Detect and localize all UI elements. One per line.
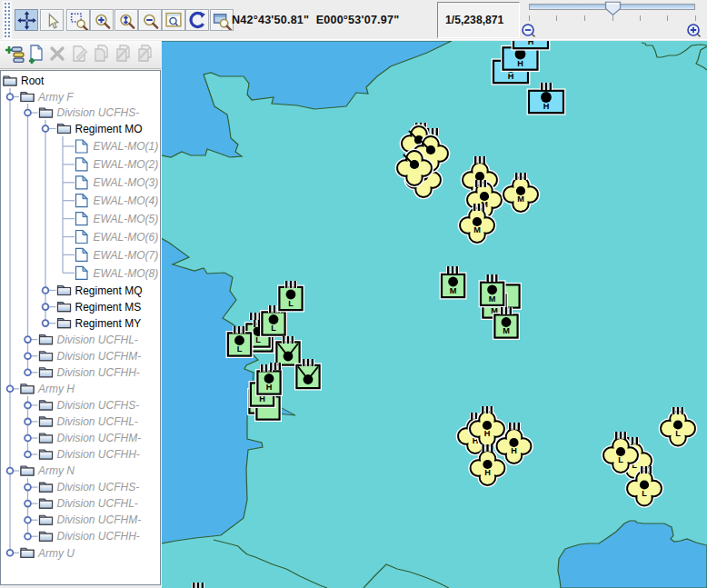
svg-text:EWAL-MO(4): EWAL-MO(4) [94,194,159,207]
svg-text:H: H [528,41,534,46]
svg-text:Army F: Army F [37,91,74,104]
svg-text:Division UCFHM-: Division UCFHM- [57,350,142,363]
svg-text:Regiment MQ: Regiment MQ [75,284,143,297]
svg-text:Root: Root [21,75,45,87]
svg-text:EWAL-MO(7): EWAL-MO(7) [94,249,159,262]
svg-text:EWAL-MO(3): EWAL-MO(3) [94,176,159,189]
svg-text:EWAL-MO(2): EWAL-MO(2) [94,158,159,171]
svg-text:EWAL-MO(8): EWAL-MO(8) [94,267,159,280]
svg-text:L: L [288,299,294,308]
svg-text:Regiment MY: Regiment MY [75,317,142,330]
svg-text:H: H [543,102,550,111]
svg-text:Division UCFHH-: Division UCFHH- [57,448,140,461]
svg-text:Division UCFHS-: Division UCFHS- [57,106,140,119]
svg-text:H: H [484,468,491,477]
svg-text:Army N: Army N [37,464,75,477]
svg-text:Division UCFHH-: Division UCFHH- [57,530,140,543]
svg-text:L: L [237,344,243,354]
svg-text:M: M [473,225,481,234]
svg-text:Army U: Army U [37,547,75,560]
svg-text:L: L [271,324,276,333]
svg-text:Division UCFHS-: Division UCFHS- [57,399,140,412]
svg-text:Regiment MO: Regiment MO [75,123,143,135]
svg-text:H: H [484,429,491,438]
svg-text:L: L [618,455,623,464]
svg-text:M: M [517,194,524,204]
svg-text:Division UCFHH-: Division UCFHH- [57,366,140,379]
svg-text:Division UCFHS-: Division UCFHS- [57,481,140,493]
svg-text:Division UCFHM-: Division UCFHM- [57,432,142,444]
svg-text:L: L [642,489,647,498]
svg-text:H: H [511,446,517,455]
svg-text:Division UCFHL-: Division UCFHL- [57,415,138,428]
svg-text:Division UCFHL-: Division UCFHL- [57,497,138,510]
svg-text:M: M [489,294,496,304]
svg-text:H: H [517,59,523,68]
svg-text:Army H: Army H [37,383,75,395]
svg-text:EWAL-MO(6): EWAL-MO(6) [94,231,159,244]
svg-text:M: M [450,286,457,295]
svg-text:H: H [266,383,273,392]
svg-text:Division UCFHM-: Division UCFHM- [57,513,142,526]
svg-text:EWAL-MO(1): EWAL-MO(1) [94,140,159,153]
svg-text:L: L [675,429,681,438]
svg-text:H: H [508,72,514,81]
svg-text:Division UCFHL-: Division UCFHL- [57,334,138,346]
svg-text:EWAL-MO(5): EWAL-MO(5) [94,213,159,225]
svg-text:M: M [503,326,510,335]
svg-text:Regiment MS: Regiment MS [75,301,142,314]
